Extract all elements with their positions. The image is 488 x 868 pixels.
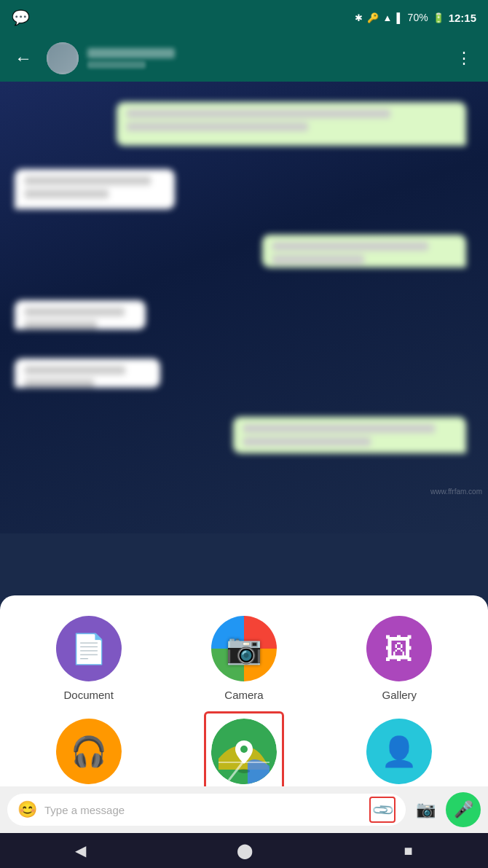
chat-bubble-sent-1 — [117, 102, 466, 146]
contact-icon: 👤 — [381, 735, 417, 769]
battery-level: 70% — [408, 12, 428, 23]
emoji-button[interactable]: 😊 — [17, 800, 37, 819]
audio-icon-circle: 🎧 — [56, 719, 122, 784]
svg-point-4 — [238, 769, 250, 773]
chat-bubble-received-3 — [15, 359, 160, 388]
message-placeholder: Type a message — [44, 804, 362, 816]
back-button[interactable]: ← — [9, 42, 38, 74]
chat-header: ← ⋮ — [0, 35, 488, 82]
contact-avatar[interactable] — [47, 42, 79, 74]
attach-item-document[interactable]: 📄 Document — [15, 616, 162, 701]
attach-grid: 📄 Document 📷 Camera 🖼 Gallery 🎧 Audio — [15, 616, 473, 804]
whatsapp-icon: 💬 — [12, 9, 30, 26]
chat-bubble-received-1 — [15, 169, 175, 209]
system-nav-bar: ◀ ⬤ ■ — [0, 833, 488, 868]
chat-bubble-sent-2 — [262, 235, 466, 267]
watermark: www.ffrfam.com — [430, 488, 482, 496]
chat-area: www.ffrfam.com — [0, 82, 488, 533]
status-bar-left: 💬 — [12, 9, 30, 26]
audio-icon: 🎧 — [71, 735, 107, 769]
gallery-icon: 🖼 — [385, 633, 414, 665]
attach-item-camera[interactable]: 📷 Camera — [170, 616, 318, 701]
contact-icon-circle: 👤 — [366, 719, 432, 784]
more-options-button[interactable]: ⋮ — [450, 43, 479, 74]
camera-label: Camera — [224, 689, 263, 701]
document-icon-circle: 📄 — [56, 616, 122, 681]
attach-item-gallery[interactable]: 🖼 Gallery — [326, 616, 473, 701]
battery-icon: 🔋 — [433, 12, 444, 23]
wifi-icon: ▲ — [383, 12, 393, 23]
gallery-label: Gallery — [382, 689, 417, 701]
nav-home-button[interactable]: ⬤ — [237, 842, 253, 859]
contact-info — [87, 48, 441, 69]
mic-icon: 🎤 — [454, 800, 473, 819]
svg-point-5 — [240, 746, 248, 753]
microphone-button[interactable]: 🎤 — [446, 792, 481, 827]
camera-icon-circle: 📷 — [211, 616, 277, 681]
chat-bubble-received-2 — [15, 300, 146, 329]
chat-bubble-sent-3 — [233, 417, 466, 453]
document-label: Document — [63, 689, 113, 701]
status-bar: 💬 ✱ 🔑 ▲ ▌ 70% 🔋 12:15 — [0, 0, 488, 35]
attach-button[interactable]: 📎 — [369, 797, 395, 823]
document-icon: 📄 — [71, 632, 107, 666]
key-icon: 🔑 — [367, 12, 379, 23]
paperclip-icon: 📎 — [370, 797, 395, 823]
input-bar: 😊 Type a message 📎 📷 🎤 — [0, 786, 488, 833]
status-bar-right: ✱ 🔑 ▲ ▌ 70% 🔋 12:15 — [355, 12, 477, 24]
camera-button[interactable]: 📷 — [412, 796, 440, 824]
bluetooth-icon: ✱ — [355, 12, 363, 23]
camera-icon: 📷 — [226, 632, 262, 666]
nav-back-button[interactable]: ◀ — [75, 842, 86, 859]
signal-icon: ▌ — [396, 12, 403, 23]
gallery-icon-circle: 🖼 — [366, 616, 432, 681]
maps-icon — [211, 719, 277, 784]
contact-name — [87, 48, 175, 58]
clock: 12:15 — [449, 12, 476, 24]
contact-status — [87, 61, 146, 69]
message-input-field[interactable]: 😊 Type a message 📎 — [7, 794, 406, 826]
nav-recent-button[interactable]: ■ — [404, 842, 412, 859]
